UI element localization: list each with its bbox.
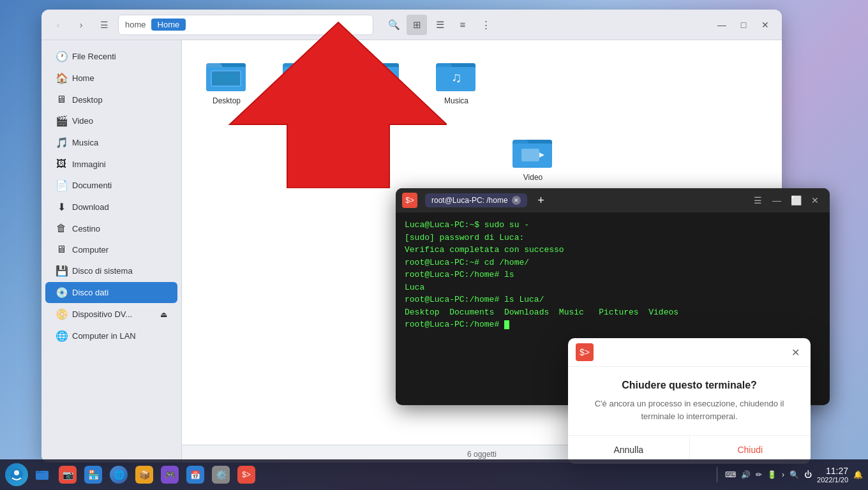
menu-button[interactable]: ⋮ [475,15,496,35]
folder-immagini-label: Immagini [364,96,396,105]
term-line-5: root@Luca-PC:/home# ls [405,269,821,281]
taskbar: 📷 🏪 🌐 📦 🎮 📅 ⚙️ $> ⌨ 🔊 [0,459,868,490]
minimize-button[interactable]: — [713,16,731,34]
terminal-new-tab[interactable]: + [532,191,550,209]
taskbar-browser[interactable]: 🌐 [107,463,130,486]
dialog-terminal-icon: $> [576,343,594,361]
window-controls: — □ ✕ [713,16,774,34]
breadcrumb-active[interactable]: Home [151,19,186,31]
sidebar-label-home: Home [72,73,94,83]
terminal-close-button[interactable]: ✕ [807,192,823,209]
arrow-icon[interactable]: › [782,470,784,479]
folder-video-icon [513,135,553,169]
dialog-close-button[interactable]: ✕ [788,345,803,360]
folder-download[interactable]: Download [271,53,335,187]
battery-icon[interactable]: 🔋 [767,470,777,479]
close-terminal-dialog: $> ✕ Chiudere questo terminale? C'è anco… [568,338,811,464]
search-button[interactable]: 🔍 [384,15,404,35]
folder-musica-icon: ♫ [436,58,477,93]
terminal-titlebar: $> root@Luca-PC: /home ✕ + ☰ — ⬜ ✕ [396,188,830,212]
taskbar-right: ⌨ 🔊 ✏ 🔋 › 🔍 ⏻ 11:27 2022/1/20 🔔 [714,466,863,484]
detail-view-button[interactable]: ≡ [453,15,473,35]
sidebar-label-disco-sistema: Disco di sistema [72,266,133,276]
keyboard-icon[interactable]: ⌨ [725,470,736,479]
sidebar-item-computer[interactable]: 🖥 Computer [45,239,177,260]
sidebar-label-computer: Computer [72,245,108,255]
download-icon: ⬇ [56,201,67,213]
taskbar-app2[interactable]: 🎮 [158,463,181,486]
deepin-logo-button[interactable] [5,463,28,486]
taskbar-terminal[interactable]: $> [235,463,258,486]
forward-button[interactable]: › [72,16,90,34]
sidebar-label-dispositivo-dv: Dispositivo DV... [72,309,132,319]
taskbar-settings[interactable]: ⚙️ [209,463,232,486]
sidebar-item-disco-dati[interactable]: 💿 Disco dati [45,282,177,303]
volume-icon[interactable]: 🔊 [741,470,751,479]
search-tray-icon[interactable]: 🔍 [789,470,799,479]
folder-desktop-icon [206,58,247,93]
breadcrumb-home: home [125,20,146,29]
sidebar-item-disco-sistema[interactable]: 💾 Disco di sistema [45,260,177,281]
close-button[interactable]: ✕ [756,16,774,34]
images-icon: 🖼 [56,158,67,170]
notifications-icon[interactable]: 🔔 [853,470,863,479]
taskbar-camera[interactable]: 📷 [56,463,79,486]
term-line-1: Luca@Luca-PC:~$ sudo su - [405,219,821,232]
svg-rect-5 [214,73,238,84]
grid-view-button[interactable]: ⊞ [407,15,427,35]
taskbar-calendar[interactable]: 📅 [184,463,207,486]
address-bar: home Home [118,15,373,35]
sidebar-item-immagini[interactable]: 🖼 Immagini [45,154,177,174]
sidebar-item-file-recenti[interactable]: 🕐 File Recenti [45,46,177,67]
folder-musica[interactable]: ♫ Musica [424,53,488,187]
terminal-minimize-button[interactable]: — [768,192,785,209]
term-line-4: root@Luca-PC:~# cd /home/ [405,256,821,269]
terminal-tab-label: root@Luca-PC: /home [431,196,508,205]
sidebar-item-video[interactable]: 🎬 Video [45,110,177,131]
taskbar-file-manager[interactable] [31,463,54,486]
svg-text:♫: ♫ [451,70,462,85]
terminal-menu-button[interactable]: ☰ [749,192,766,209]
sidebar-item-dispositivo-dv[interactable]: 📀 Dispositivo DV... ⏏ [45,304,177,325]
folder-video[interactable]: Video [501,130,565,187]
term-line-9: root@Luca-PC:/home# [405,318,821,331]
sidebar-item-download[interactable]: ⬇ Download [45,197,177,218]
back-button[interactable]: ‹ [49,16,67,34]
terminal-tab[interactable]: root@Luca-PC: /home ✕ [425,193,527,207]
data-disk-icon: 💿 [56,286,67,299]
taskbar-divider [717,467,717,482]
device-icon: 📀 [56,308,67,320]
folder-video-label: Video [523,173,542,182]
time-block[interactable]: 11:27 2022/1/20 [817,466,848,484]
sidebar-label-immagini: Immagini [72,160,106,169]
maximize-button[interactable]: □ [735,16,752,34]
sidebar-item-cestino[interactable]: 🗑 Cestino [45,218,177,239]
term-line-3: Verifica completata con successo [405,244,821,256]
computer-icon: 🖥 [56,244,67,255]
sidebar-item-computer-lan[interactable]: 🌐 Computer in LAN [45,325,177,346]
folder-download-icon [283,58,324,93]
sidebar-item-musica[interactable]: 🎵 Musica [45,132,177,153]
sidebar-item-documenti[interactable]: 📄 Documenti [45,175,177,196]
bookmarks-button[interactable]: ☰ [95,16,113,34]
date-display: 2022/1/20 [817,476,848,484]
term-line-2: [sudo] password di Luca: [405,232,821,244]
terminal-tab-close[interactable]: ✕ [512,196,521,205]
folder-desktop[interactable]: Desktop [195,53,258,187]
power-icon[interactable]: ⏻ [804,470,812,479]
taskbar-archive[interactable]: 📦 [133,463,156,486]
taskbar-app-store[interactable]: 🏪 [82,463,105,486]
list-view-button[interactable]: ☰ [430,15,450,35]
sidebar-label-file-recenti: File Recenti [72,52,116,61]
desktop-icon: 🖥 [56,94,67,105]
dialog-body: Chiudere questo terminale? C'è ancora un… [568,367,811,435]
sidebar-label-musica: Musica [72,138,98,147]
sidebar-item-home[interactable]: 🏠 Home [45,68,177,89]
terminal-maximize-button[interactable]: ⬜ [788,192,804,209]
folder-download-label: Download [286,96,320,105]
folder-immagini-icon [359,58,400,93]
file-manager-titlebar: ‹ › ☰ home Home 🔍 ⊞ ☰ ≡ ⋮ — □ ✕ [41,10,782,40]
stylus-icon[interactable]: ✏ [756,470,762,479]
folder-immagini[interactable]: Immagini [348,53,412,187]
sidebar-item-desktop[interactable]: 🖥 Desktop [45,89,177,110]
